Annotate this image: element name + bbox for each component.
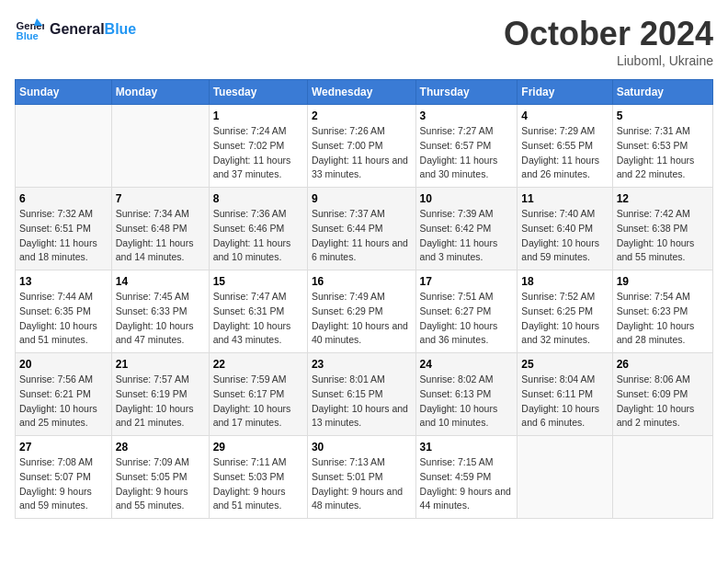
day-info: Sunrise: 7:37 AMSunset: 6:44 PMDaylight:…: [312, 207, 412, 265]
day-number: 17: [420, 275, 514, 288]
day-number: 6: [19, 192, 108, 205]
cell-w2-d1: 6Sunrise: 7:32 AMSunset: 6:51 PMDaylight…: [16, 188, 112, 270]
cell-w3-d5: 17Sunrise: 7:51 AMSunset: 6:27 PMDayligh…: [415, 270, 518, 353]
day-number: 25: [521, 358, 608, 371]
day-number: 21: [116, 358, 205, 371]
day-number: 23: [312, 358, 412, 371]
day-number: 20: [19, 358, 108, 371]
day-number: 24: [420, 358, 514, 371]
day-info: Sunrise: 7:42 AMSunset: 6:38 PMDaylight:…: [617, 207, 709, 265]
day-info: Sunrise: 7:36 AMSunset: 6:46 PMDaylight:…: [213, 207, 303, 265]
logo-text: GeneralBlue: [50, 21, 136, 38]
col-saturday: Saturday: [612, 80, 712, 105]
day-number: 15: [213, 275, 303, 288]
day-number: 22: [213, 358, 303, 371]
day-info: Sunrise: 8:06 AMSunset: 6:09 PMDaylight:…: [617, 373, 709, 431]
col-tuesday: Tuesday: [209, 80, 307, 105]
cell-w4-d6: 25Sunrise: 8:04 AMSunset: 6:11 PMDayligh…: [518, 353, 612, 436]
day-number: 3: [420, 109, 514, 122]
col-monday: Monday: [111, 80, 209, 105]
col-wednesday: Wednesday: [307, 80, 415, 105]
cell-w4-d2: 21Sunrise: 7:57 AMSunset: 6:19 PMDayligh…: [111, 353, 209, 436]
header-row: Sunday Monday Tuesday Wednesday Thursday…: [16, 80, 713, 105]
day-number: 16: [312, 275, 412, 288]
day-number: 31: [420, 441, 514, 454]
calendar-header: Sunday Monday Tuesday Wednesday Thursday…: [16, 80, 713, 105]
col-sunday: Sunday: [16, 80, 112, 105]
day-number: 2: [312, 109, 412, 122]
day-info: Sunrise: 7:44 AMSunset: 6:35 PMDaylight:…: [19, 290, 108, 348]
cell-w5-d2: 28Sunrise: 7:09 AMSunset: 5:05 PMDayligh…: [111, 436, 209, 519]
cell-w5-d3: 29Sunrise: 7:11 AMSunset: 5:03 PMDayligh…: [209, 436, 307, 519]
day-info: Sunrise: 7:34 AMSunset: 6:48 PMDaylight:…: [116, 207, 205, 265]
day-info: Sunrise: 7:31 AMSunset: 6:53 PMDaylight:…: [617, 124, 709, 182]
day-info: Sunrise: 7:39 AMSunset: 6:42 PMDaylight:…: [420, 207, 514, 265]
day-number: 1: [213, 109, 303, 122]
day-info: Sunrise: 7:49 AMSunset: 6:29 PMDaylight:…: [312, 290, 412, 348]
day-info: Sunrise: 7:47 AMSunset: 6:31 PMDaylight:…: [213, 290, 303, 348]
day-info: Sunrise: 7:51 AMSunset: 6:27 PMDaylight:…: [420, 290, 514, 348]
day-info: Sunrise: 7:45 AMSunset: 6:33 PMDaylight:…: [116, 290, 205, 348]
day-number: 26: [617, 358, 709, 371]
day-info: Sunrise: 7:56 AMSunset: 6:21 PMDaylight:…: [19, 373, 108, 431]
day-number: 8: [213, 192, 303, 205]
cell-w5-d4: 30Sunrise: 7:13 AMSunset: 5:01 PMDayligh…: [307, 436, 415, 519]
day-info: Sunrise: 7:11 AMSunset: 5:03 PMDaylight:…: [213, 455, 303, 513]
title-block: October 2024 Liuboml, Ukraine: [504, 15, 713, 68]
day-number: 30: [312, 441, 412, 454]
cell-w3-d2: 14Sunrise: 7:45 AMSunset: 6:33 PMDayligh…: [111, 270, 209, 353]
day-info: Sunrise: 7:32 AMSunset: 6:51 PMDaylight:…: [19, 207, 108, 265]
day-info: Sunrise: 8:04 AMSunset: 6:11 PMDaylight:…: [521, 373, 608, 431]
cell-w3-d7: 19Sunrise: 7:54 AMSunset: 6:23 PMDayligh…: [612, 270, 712, 353]
day-number: 27: [19, 441, 108, 454]
col-friday: Friday: [518, 80, 612, 105]
week-row-2: 6Sunrise: 7:32 AMSunset: 6:51 PMDaylight…: [16, 188, 713, 270]
cell-w2-d3: 8Sunrise: 7:36 AMSunset: 6:46 PMDaylight…: [209, 188, 307, 270]
day-number: 13: [19, 275, 108, 288]
day-info: Sunrise: 7:15 AMSunset: 4:59 PMDaylight:…: [420, 455, 514, 513]
cell-w2-d6: 11Sunrise: 7:40 AMSunset: 6:40 PMDayligh…: [518, 188, 612, 270]
day-number: 29: [213, 441, 303, 454]
cell-w4-d1: 20Sunrise: 7:56 AMSunset: 6:21 PMDayligh…: [16, 353, 112, 436]
cell-w3-d1: 13Sunrise: 7:44 AMSunset: 6:35 PMDayligh…: [16, 270, 112, 353]
day-info: Sunrise: 7:59 AMSunset: 6:17 PMDaylight:…: [213, 373, 303, 431]
cell-w2-d5: 10Sunrise: 7:39 AMSunset: 6:42 PMDayligh…: [415, 188, 518, 270]
cell-w5-d1: 27Sunrise: 7:08 AMSunset: 5:07 PMDayligh…: [16, 436, 112, 519]
month-title: October 2024: [504, 15, 713, 53]
day-info: Sunrise: 7:27 AMSunset: 6:57 PMDaylight:…: [420, 124, 514, 182]
cell-w2-d7: 12Sunrise: 7:42 AMSunset: 6:38 PMDayligh…: [612, 188, 712, 270]
day-info: Sunrise: 7:40 AMSunset: 6:40 PMDaylight:…: [521, 207, 608, 265]
cell-w1-d2: [111, 105, 209, 188]
week-row-1: 1Sunrise: 7:24 AMSunset: 7:02 PMDaylight…: [16, 105, 713, 188]
cell-w1-d5: 3Sunrise: 7:27 AMSunset: 6:57 PMDaylight…: [415, 105, 518, 188]
cell-w1-d7: 5Sunrise: 7:31 AMSunset: 6:53 PMDaylight…: [612, 105, 712, 188]
col-thursday: Thursday: [415, 80, 518, 105]
day-info: Sunrise: 7:29 AMSunset: 6:55 PMDaylight:…: [521, 124, 608, 182]
cell-w3-d6: 18Sunrise: 7:52 AMSunset: 6:25 PMDayligh…: [518, 270, 612, 353]
cell-w2-d4: 9Sunrise: 7:37 AMSunset: 6:44 PMDaylight…: [307, 188, 415, 270]
logo-icon: General Blue: [15, 15, 44, 44]
cell-w4-d5: 24Sunrise: 8:02 AMSunset: 6:13 PMDayligh…: [415, 353, 518, 436]
day-number: 18: [521, 275, 608, 288]
cell-w1-d3: 1Sunrise: 7:24 AMSunset: 7:02 PMDaylight…: [209, 105, 307, 188]
week-row-4: 20Sunrise: 7:56 AMSunset: 6:21 PMDayligh…: [16, 353, 713, 436]
calendar-body: 1Sunrise: 7:24 AMSunset: 7:02 PMDaylight…: [16, 105, 713, 519]
day-info: Sunrise: 7:24 AMSunset: 7:02 PMDaylight:…: [213, 124, 303, 182]
day-number: 5: [617, 109, 709, 122]
day-number: 7: [116, 192, 205, 205]
day-info: Sunrise: 7:52 AMSunset: 6:25 PMDaylight:…: [521, 290, 608, 348]
day-number: 11: [521, 192, 608, 205]
cell-w5-d5: 31Sunrise: 7:15 AMSunset: 4:59 PMDayligh…: [415, 436, 518, 519]
day-number: 9: [312, 192, 412, 205]
location-subtitle: Liuboml, Ukraine: [504, 53, 713, 68]
cell-w1-d1: [16, 105, 112, 188]
day-info: Sunrise: 7:09 AMSunset: 5:05 PMDaylight:…: [116, 455, 205, 513]
day-number: 14: [116, 275, 205, 288]
day-info: Sunrise: 7:54 AMSunset: 6:23 PMDaylight:…: [617, 290, 709, 348]
week-row-5: 27Sunrise: 7:08 AMSunset: 5:07 PMDayligh…: [16, 436, 713, 519]
week-row-3: 13Sunrise: 7:44 AMSunset: 6:35 PMDayligh…: [16, 270, 713, 353]
day-number: 19: [617, 275, 709, 288]
cell-w4-d3: 22Sunrise: 7:59 AMSunset: 6:17 PMDayligh…: [209, 353, 307, 436]
cell-w5-d7: [612, 436, 712, 519]
cell-w4-d4: 23Sunrise: 8:01 AMSunset: 6:15 PMDayligh…: [307, 353, 415, 436]
